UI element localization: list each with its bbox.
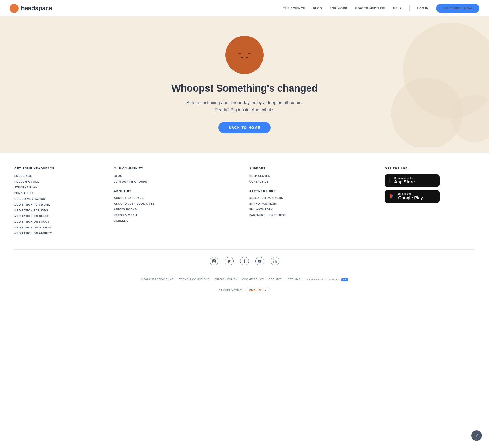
footer-link-med-focus[interactable]: MEDITATION ON FOCUS (14, 220, 104, 223)
ccpa-link[interactable]: CA CCPA NOTICE (219, 289, 242, 292)
nav-blog[interactable]: BLOG (313, 7, 322, 10)
hero-subtitle: Before continuing about your day, enjoy … (171, 99, 318, 113)
sitemap-link[interactable]: SITE MAP (287, 278, 301, 281)
footer-bottom: © 2024 HEADSPACE INC. TERMS & CONDITIONS… (14, 272, 475, 285)
svg-rect-3 (212, 260, 215, 263)
footer-columns: GET SOME HEADSPACE SUBSCRIBE REDEEM A CO… (14, 167, 475, 238)
nav-how-to-meditate[interactable]: HOW TO MEDITATE (355, 7, 386, 10)
hero-content: Whoops! Something's changed Before conti… (171, 36, 318, 133)
footer-link-med-kids[interactable]: MEDITATION FOR KIDS (14, 209, 104, 212)
youtube-icon[interactable] (255, 257, 264, 265)
instagram-icon[interactable] (210, 257, 218, 265)
footer-link-research[interactable]: RESEARCH PARTNERS (249, 196, 375, 199)
footer-heading-community: OUR COMMUNITY (114, 167, 240, 170)
copyright: © 2024 HEADSPACE INC. (141, 278, 174, 281)
login-link[interactable]: LOG IN (417, 7, 429, 10)
footer-col-community: OUR COMMUNITY BLOG JOIN OUR FB GROUPS AB… (114, 167, 240, 238)
footer-link-med-sleep[interactable]: MEDITATION ON SLEEP (14, 215, 104, 217)
footer-link-subscribe[interactable]: SUBSCRIBE (14, 175, 104, 177)
privacy-badge: ✓✗ (342, 278, 348, 281)
nav-divider (409, 6, 410, 11)
footer-heading-support: SUPPORT (249, 167, 375, 170)
privacy-link[interactable]: PRIVACY POLICY (214, 278, 237, 281)
linkedin-icon[interactable] (271, 257, 279, 265)
footer-link-brand[interactable]: BRAND PARTNERS (249, 202, 375, 205)
start-trial-button[interactable]: Start free trial (436, 4, 480, 13)
meditating-face (225, 36, 264, 74)
nav-links: THE SCIENCE BLOG FOR WORK HOW TO MEDITAT… (283, 4, 480, 13)
twitter-icon[interactable] (225, 257, 234, 265)
svg-point-6 (273, 260, 274, 260)
logo[interactable]: headspace (9, 4, 52, 13)
footer-heading-1: GET SOME HEADSPACE (14, 167, 104, 170)
footer-heading-partnerships: PARTNERSHIPS (249, 190, 375, 193)
footer-link-guided[interactable]: GUIDED MEDITATION (14, 197, 104, 200)
footer-bottom-row2: CA CCPA NOTICE ENGLISH ▼ (14, 285, 475, 301)
footer-link-help-center[interactable]: HELP CENTER (249, 175, 375, 177)
footer-link-careers[interactable]: CAREERS (114, 219, 240, 222)
nav-help[interactable]: HELP (393, 7, 402, 10)
footer-heading-app: GET THE APP (385, 167, 475, 170)
footer-link-gift[interactable]: SEND A GIFT (14, 192, 104, 194)
google-play-text: GET IT ON Google Play (398, 193, 423, 200)
footer-link-student[interactable]: STUDENT PLAN (14, 186, 104, 189)
logo-circle (9, 4, 19, 13)
footer-link-philanthropy[interactable]: PHILANTHROPY (249, 208, 375, 211)
back-to-home-button[interactable]: BACK TO HOME (219, 122, 270, 133)
terms-link[interactable]: TERMS & CONDITIONS (179, 278, 210, 281)
google-play-button[interactable]: GET IT ON Google Play (385, 190, 440, 203)
footer-link-partnership-req[interactable]: PARTNERSHIP REQUEST (249, 214, 375, 216)
google-play-icon (389, 193, 395, 200)
hero-title: Whoops! Something's changed (171, 83, 318, 94)
cookie-link[interactable]: COOKIE POLICY (242, 278, 264, 281)
facebook-icon[interactable] (240, 257, 249, 265)
footer-link-about-hs[interactable]: ABOUT HEADSPACE (114, 196, 240, 199)
privacy-choices-link[interactable]: YOUR PRIVACY CHOICES ✓✗ (305, 278, 348, 281)
footer-col-support: SUPPORT HELP CENTER CONTACT US PARTNERSH… (249, 167, 375, 238)
footer-link-med-stress[interactable]: MEDITATION ON STRESS (14, 226, 104, 229)
footer-col-app: GET THE APP  Download on the App Store … (385, 167, 475, 238)
svg-point-4 (213, 261, 214, 262)
footer-col-headspace: GET SOME HEADSPACE SUBSCRIBE REDEEM A CO… (14, 167, 104, 238)
face-svg (235, 50, 254, 60)
apple-icon:  (389, 177, 391, 184)
app-store-text: Download on the App Store (394, 177, 415, 184)
footer-link-about-andy[interactable]: ABOUT ANDY PUDDICOMBE (114, 202, 240, 205)
footer-heading-about: ABOUT US (114, 190, 240, 193)
svg-point-5 (215, 260, 215, 260)
nav-the-science[interactable]: THE SCIENCE (283, 7, 305, 10)
footer-link-med-anxiety[interactable]: MEDITATION ON ANXIETY (14, 232, 104, 235)
language-selector[interactable]: ENGLISH ▼ (246, 287, 270, 293)
footer-link-contact[interactable]: CONTACT US (249, 180, 375, 183)
footer-link-redeem[interactable]: REDEEM A CODE (14, 180, 104, 183)
footer: GET SOME HEADSPACE SUBSCRIBE REDEEM A CO… (0, 152, 489, 301)
security-link[interactable]: SECURITY (269, 278, 283, 281)
hero-section: Whoops! Something's changed Before conti… (0, 17, 489, 152)
logo-text: headspace (21, 5, 52, 12)
navbar: headspace THE SCIENCE BLOG FOR WORK HOW … (0, 0, 489, 17)
footer-link-med-work[interactable]: MEDITATION FOR WORK (14, 203, 104, 206)
social-icons (14, 249, 475, 272)
footer-link-blog[interactable]: BLOG (114, 175, 240, 177)
footer-link-fb-groups[interactable]: JOIN OUR FB GROUPS (114, 180, 240, 183)
footer-link-andys-books[interactable]: ANDY'S BOOKS (114, 208, 240, 211)
footer-link-press[interactable]: PRESS & MEDIA (114, 214, 240, 216)
chevron-down-icon: ▼ (264, 289, 267, 292)
bg-shape (379, 23, 489, 147)
app-store-button[interactable]:  Download on the App Store (385, 175, 440, 187)
nav-for-work[interactable]: FOR WORK (330, 7, 348, 10)
